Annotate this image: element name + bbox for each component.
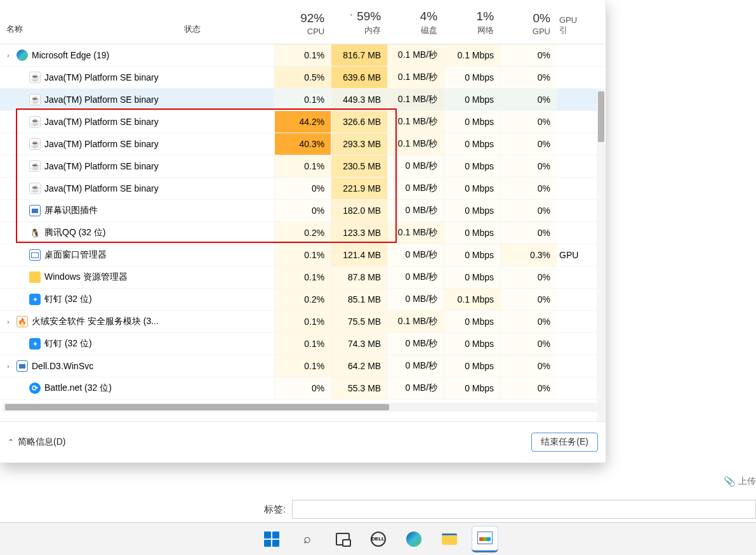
process-row[interactable]: Java(TM) Platform SE binary44.2%326.6 MB… (0, 111, 606, 133)
cell-gpu: 0% (500, 178, 557, 199)
process-row[interactable]: 腾讯QQ (32 位)0.2%123.3 MB0.1 MB/秒0 Mbps0% (0, 222, 606, 244)
process-row[interactable]: ›Dell.D3.WinSvc0.1%64.2 MB0 MB/秒0 Mbps0% (0, 355, 606, 377)
edge-icon (17, 49, 28, 61)
col-name[interactable]: 名称 (3, 0, 184, 44)
cell-disk: 0 MB/秒 (387, 266, 444, 288)
cell-net: 0 Mbps (444, 89, 500, 110)
sort-desc-icon: ˅ (350, 13, 353, 20)
search-icon: ⌕ (303, 532, 311, 546)
vertical-scrollbar[interactable] (597, 89, 606, 421)
cell-cpu: 0% (274, 377, 331, 399)
java-icon (29, 138, 41, 150)
cell-disk: 0 MB/秒 (387, 200, 444, 221)
process-row[interactable]: 屏幕识图插件0%182.0 MB0 MB/秒0 Mbps0% (0, 200, 606, 222)
chevron-right-icon[interactable]: › (4, 318, 13, 325)
cell-disk: 0.1 MB/秒 (387, 222, 444, 244)
process-name-cell: Windows 资源管理器 (3, 271, 184, 283)
process-name-cell: ›Microsoft Edge (19) (3, 49, 184, 61)
process-name: 腾讯QQ (32 位) (44, 227, 105, 238)
cell-gpu: 0% (500, 44, 557, 66)
cell-mem: 74.3 MB (331, 333, 387, 355)
col-status[interactable]: 状态 (184, 0, 274, 44)
process-row[interactable]: Java(TM) Platform SE binary0%221.9 MB0 M… (0, 178, 606, 200)
task-view-button[interactable] (329, 526, 356, 552)
cell-net: 0 Mbps (444, 311, 500, 332)
end-task-button[interactable]: 结束任务(E) (531, 433, 598, 452)
process-row[interactable]: 桌面窗口管理器0.1%121.4 MB0 MB/秒0 Mbps0.3%GPU (0, 244, 606, 266)
process-row[interactable]: ›Microsoft Edge (19)0.1%816.7 MB0.1 MB/秒… (0, 44, 606, 67)
h-scroll-thumb[interactable] (5, 404, 389, 410)
cell-mem: 55.3 MB (331, 377, 387, 399)
cell-gpu: 0% (500, 133, 557, 155)
tags-input[interactable] (292, 500, 756, 519)
process-row[interactable]: Java(TM) Platform SE binary40.3%293.3 MB… (0, 133, 606, 155)
cell-mem: 293.3 MB (331, 133, 387, 155)
huorong-icon (17, 316, 28, 327)
col-cpu[interactable]: 92% CPU (274, 0, 331, 44)
cell-mem: 75.5 MB (331, 311, 387, 332)
cell-gpu: 0% (500, 333, 557, 355)
col-disk[interactable]: 4% 磁盘 (387, 0, 444, 44)
v-scroll-thumb[interactable] (598, 91, 604, 142)
mem-total-percent: ˅ 59% (350, 10, 381, 23)
col-memory[interactable]: ˅ 59% 内存 (331, 0, 387, 44)
process-row[interactable]: ›火绒安全软件 安全服务模块 (3...0.1%75.5 MB0.1 MB/秒0… (0, 311, 606, 333)
process-row[interactable]: Java(TM) Platform SE binary0.1%230.5 MB0… (0, 155, 606, 178)
fewer-details-toggle[interactable]: ⌃ 简略信息(D) (8, 436, 65, 448)
cell-disk: 0 MB/秒 (387, 244, 444, 266)
process-name: 钉钉 (32 位) (44, 338, 92, 349)
cell-cpu: 44.2% (274, 111, 331, 133)
cell-gpu-engine (557, 133, 587, 155)
horizontal-scrollbar[interactable] (3, 403, 601, 412)
cell-mem: 121.4 MB (331, 244, 387, 266)
cell-mem: 182.0 MB (331, 200, 387, 221)
process-row[interactable]: Java(TM) Platform SE binary0.1%449.3 MB0… (0, 89, 606, 111)
process-name: 桌面窗口管理器 (44, 249, 107, 261)
net-label: 网络 (477, 25, 494, 36)
cell-gpu: 0% (500, 67, 557, 88)
process-name: Battle.net (32 位) (44, 382, 112, 394)
process-name: 屏幕识图插件 (44, 205, 98, 216)
cell-gpu: 0% (500, 155, 557, 177)
col-network[interactable]: 1% 网络 (444, 0, 500, 44)
column-headers: 名称 状态 92% CPU ˅ 59% 内存 4% 磁盘 1% 网络 0% GP… (0, 0, 606, 44)
process-row[interactable]: Java(TM) Platform SE binary0.5%639.6 MB0… (0, 67, 606, 89)
process-row[interactable]: Windows 资源管理器0.1%87.8 MB0 MB/秒0 Mbps0% (0, 266, 606, 289)
cell-net: 0 Mbps (444, 222, 500, 244)
process-row[interactable]: 钉钉 (32 位)0.2%85.1 MB0 MB/秒0.1 Mbps0% (0, 289, 606, 311)
edge-button[interactable] (401, 526, 427, 552)
dell-app-button[interactable]: DELL (365, 526, 392, 552)
chevron-right-icon[interactable]: › (4, 52, 13, 59)
bg-tags-row: 标签: (264, 500, 756, 519)
java-icon (29, 72, 41, 83)
cell-mem: 326.6 MB (331, 111, 387, 133)
cell-gpu-engine (557, 89, 587, 110)
cell-disk: 0.1 MB/秒 (387, 111, 444, 133)
process-name: Java(TM) Platform SE binary (44, 72, 159, 82)
process-name-cell: Java(TM) Platform SE binary (3, 116, 184, 127)
cell-gpu: 0% (500, 377, 557, 399)
col-gpu[interactable]: 0% GPU (500, 0, 557, 44)
cell-gpu-engine (557, 155, 587, 177)
process-row[interactable]: 钉钉 (32 位)0.1%74.3 MB0 MB/秒0 Mbps0% (0, 333, 606, 355)
cell-disk: 0 MB/秒 (387, 155, 444, 177)
disk-total-percent: 4% (420, 10, 437, 23)
start-button[interactable] (258, 526, 285, 552)
process-row[interactable]: Battle.net (32 位)0%55.3 MB0 MB/秒0 Mbps0% (0, 377, 606, 400)
bg-upload-link[interactable]: 上传 (724, 476, 756, 487)
cell-cpu: 0.1% (274, 355, 331, 377)
folder-icon (29, 271, 41, 283)
file-explorer-button[interactable] (436, 526, 463, 552)
task-manager-taskbar-button[interactable] (472, 526, 498, 552)
search-button[interactable]: ⌕ (294, 526, 321, 552)
process-name: Java(TM) Platform SE binary (44, 183, 159, 193)
col-gpu-engine[interactable]: . GPU 引 (557, 0, 587, 44)
cell-net: 0 Mbps (444, 377, 500, 399)
cell-disk: 0.1 MB/秒 (387, 311, 444, 332)
process-name: Java(TM) Platform SE binary (44, 161, 159, 171)
chevron-right-icon[interactable]: › (4, 363, 13, 370)
process-name-cell: 屏幕识图插件 (3, 205, 184, 216)
cell-mem: 639.6 MB (331, 67, 387, 88)
tags-label: 标签: (264, 504, 286, 516)
paperclip-icon (724, 476, 736, 487)
